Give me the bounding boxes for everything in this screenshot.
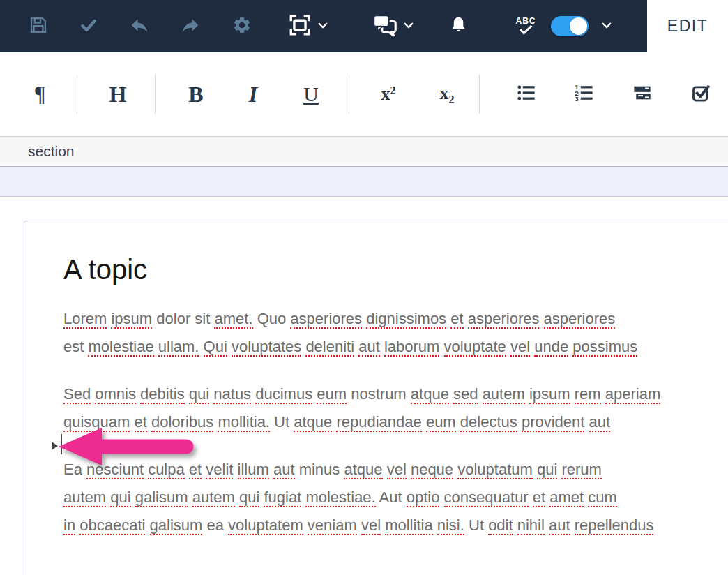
misspelled-word: et xyxy=(533,488,545,507)
misspelled-word: atque xyxy=(411,385,449,404)
misspelled-word: Lorem xyxy=(63,310,107,329)
misspelled-word: illum xyxy=(238,461,269,479)
italic-button[interactable]: I xyxy=(239,70,267,119)
misspelled-word: rem xyxy=(575,385,601,404)
main-action-toolbar: ABC xyxy=(0,0,647,52)
numbered-list-button[interactable]: 1 2 3 xyxy=(570,70,598,119)
chevron-down-icon xyxy=(317,19,329,34)
text-line: in obcaecati galisum ea voluptatem venia… xyxy=(63,511,728,539)
misspelled-word: vel xyxy=(387,461,407,479)
misspelled-word: Sed xyxy=(63,385,91,404)
misspelled-word: mollitia. xyxy=(218,413,270,432)
paragraph[interactable]: Sed omnis debitis qui natus ducimus eum … xyxy=(63,380,728,436)
checkbox-button[interactable] xyxy=(687,70,715,119)
spellcheck-button[interactable]: ABC xyxy=(513,0,539,52)
text-cursor xyxy=(61,434,62,454)
heading-button[interactable]: H xyxy=(104,70,132,119)
xml-editor-app: ABC EDIT ¶ H xyxy=(0,0,728,575)
misspelled-word: neque xyxy=(411,461,453,479)
misspelled-word: galisum xyxy=(150,516,203,535)
settings-button[interactable] xyxy=(229,0,255,52)
misspelled-word: aut xyxy=(358,338,380,357)
superscript-button[interactable]: x2 xyxy=(374,70,402,119)
misspelled-word: deleniti xyxy=(305,338,354,357)
misspelled-word: voluptate xyxy=(444,338,506,357)
word: Quo xyxy=(257,310,287,327)
word: dolor xyxy=(156,310,190,327)
comments-dropdown[interactable] xyxy=(402,0,416,52)
breadcrumb: section xyxy=(0,136,728,167)
misspelled-word: et xyxy=(135,413,147,432)
word: Ea xyxy=(63,461,82,478)
spellcheck-toggle[interactable] xyxy=(551,16,589,36)
numbered-list-icon: 1 2 3 xyxy=(575,83,594,105)
misspelled-word: qui xyxy=(239,488,259,507)
misspelled-word: voluptatem xyxy=(228,516,303,535)
caret-line[interactable] xyxy=(63,436,728,456)
misspelled-word: vel xyxy=(510,338,530,357)
bold-button[interactable]: B xyxy=(182,70,210,119)
focus-mode-dropdown[interactable] xyxy=(316,0,330,52)
misspelled-word: autem xyxy=(63,488,106,507)
misspelled-word: vel xyxy=(361,516,381,535)
misspelled-word: velit xyxy=(206,461,233,479)
misspelled-word: amet. xyxy=(214,310,252,329)
document-title: A topic xyxy=(63,251,728,288)
definition-list-button[interactable] xyxy=(628,70,656,119)
bullet-list-button[interactable] xyxy=(513,70,540,119)
save-button[interactable] xyxy=(26,0,51,52)
paragraph-mark-button[interactable]: ¶ xyxy=(26,70,54,119)
misspelled-word: amet xyxy=(549,488,584,507)
misspelled-word: sed xyxy=(453,385,478,404)
breadcrumb-item-section[interactable]: section xyxy=(28,143,75,160)
undo-button[interactable] xyxy=(127,0,152,52)
heading-icon: H xyxy=(109,82,127,107)
misspelled-word: provident xyxy=(522,413,585,432)
comments-button[interactable] xyxy=(372,0,397,52)
misspelled-word: repellendus xyxy=(575,516,654,535)
caret-marker-icon xyxy=(52,442,58,450)
word: ea xyxy=(207,516,224,534)
underline-icon: U xyxy=(303,82,319,106)
misspelled-word: ducimus xyxy=(255,385,312,404)
paragraph[interactable]: Ea nesciunt culpa et velit illum aut min… xyxy=(63,456,728,539)
misspelled-word: obcaecati xyxy=(79,516,145,535)
word: minus xyxy=(299,461,340,478)
secondary-strip xyxy=(0,167,728,197)
word: sit xyxy=(195,310,210,327)
checkbox-icon xyxy=(691,83,711,105)
redo-button[interactable] xyxy=(178,0,203,52)
word: nostrum xyxy=(351,385,406,403)
formatting-toolbar: ¶ H B I U x2 x2 1 xyxy=(0,52,728,136)
definition-list-icon xyxy=(632,83,652,105)
document-canvas[interactable]: A topic Lorem ipsum dolor sit amet. Quo … xyxy=(24,221,728,575)
misspelled-word: unde xyxy=(534,338,568,357)
validate-button[interactable] xyxy=(76,0,101,52)
misspelled-word: ullam. xyxy=(158,338,199,357)
undo-icon xyxy=(129,15,150,38)
misspelled-word: doloribus xyxy=(151,413,213,432)
misspelled-word: eum xyxy=(317,385,347,404)
underline-button[interactable]: U xyxy=(297,70,325,119)
misspelled-word: nihil xyxy=(517,516,545,535)
toolbar-divider xyxy=(155,75,156,114)
subscript-button[interactable]: x2 xyxy=(433,70,461,119)
misspelled-word: ipsum xyxy=(111,310,152,329)
misspelled-word: qui xyxy=(110,488,130,507)
gear-icon xyxy=(232,15,252,38)
misspelled-word: aut xyxy=(549,516,570,535)
misspelled-word: cum xyxy=(588,488,617,507)
misspelled-word: debitis xyxy=(140,385,185,404)
text-line: Sed omnis debitis qui natus ducimus eum … xyxy=(63,380,728,408)
edit-mode-tab[interactable]: EDIT xyxy=(647,0,728,52)
paragraph[interactable]: Lorem ipsum dolor sit amet. Quo asperior… xyxy=(63,305,728,361)
notifications-button[interactable] xyxy=(446,0,471,52)
misspelled-word: et xyxy=(189,461,202,479)
toolbar-divider xyxy=(77,75,77,114)
misspelled-word: voluptatum xyxy=(457,461,533,479)
misspelled-word: mollitia xyxy=(385,516,432,535)
misspelled-word: odit xyxy=(488,516,513,535)
focus-mode-button[interactable] xyxy=(287,0,312,52)
spellcheck-dropdown[interactable] xyxy=(600,0,614,52)
focus-frame-icon xyxy=(288,13,312,40)
